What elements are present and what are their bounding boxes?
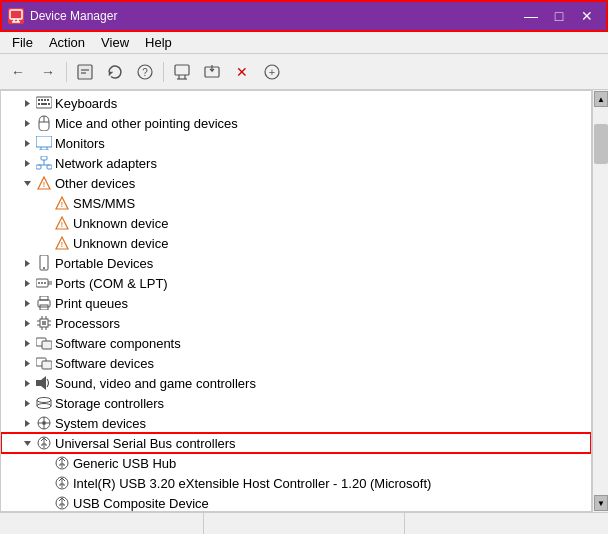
title-bar: Device Manager — □ ✕ [0, 0, 608, 32]
label-portable: Portable Devices [55, 256, 153, 271]
icon-other-devices: ! [35, 175, 53, 191]
expand-btn-generic-hub[interactable] [37, 455, 53, 471]
menu-help[interactable]: Help [137, 33, 180, 52]
properties-button[interactable] [71, 58, 99, 86]
svg-rect-79 [42, 361, 52, 369]
close-button[interactable]: ✕ [574, 6, 600, 26]
tree-item-other-devices[interactable]: !Other devices [1, 173, 591, 193]
svg-rect-21 [47, 99, 49, 101]
expand-btn-network[interactable] [19, 155, 35, 171]
expand-btn-usb[interactable] [19, 435, 35, 451]
help-button[interactable]: ? [131, 58, 159, 86]
status-pane-3 [405, 513, 604, 534]
tree-item-network[interactable]: Network adapters [1, 153, 591, 173]
expand-btn-monitors[interactable] [19, 135, 35, 151]
expand-btn-system[interactable] [19, 415, 35, 431]
expand-btn-sound[interactable] [19, 375, 35, 391]
expand-btn-mice[interactable] [19, 115, 35, 131]
svg-rect-29 [36, 136, 52, 147]
label-sw-components: Software components [55, 336, 181, 351]
scan-button[interactable] [168, 58, 196, 86]
tree-item-storage[interactable]: Storage controllers [1, 393, 591, 413]
minimize-button[interactable]: — [518, 6, 544, 26]
expand-btn-unknown2[interactable] [37, 235, 53, 251]
expand-btn-usb-composite[interactable] [37, 495, 53, 511]
menu-file[interactable]: File [4, 33, 41, 52]
svg-rect-65 [42, 321, 46, 325]
svg-marker-40 [24, 181, 31, 186]
app-icon [8, 8, 24, 24]
icon-unknown2: ! [53, 235, 71, 251]
toolbar-separator-2 [163, 62, 164, 82]
svg-marker-25 [25, 120, 30, 127]
maximize-button[interactable]: □ [546, 6, 572, 26]
tree-item-sw-devices[interactable]: Software devices [1, 353, 591, 373]
expand-btn-ports[interactable] [19, 275, 35, 291]
svg-rect-20 [44, 99, 46, 101]
icon-sound [35, 375, 53, 391]
expand-btn-processors[interactable] [19, 315, 35, 331]
forward-button[interactable]: → [34, 58, 62, 86]
expand-btn-other-devices[interactable] [19, 175, 35, 191]
icon-sw-components [35, 335, 53, 351]
expand-btn-unknown1[interactable] [37, 215, 53, 231]
tree-item-usb-composite[interactable]: USB Composite Device [1, 493, 591, 512]
icon-system [35, 415, 53, 431]
icon-storage [35, 395, 53, 411]
refresh-button[interactable] [101, 58, 129, 86]
tree-item-sound[interactable]: Sound, video and game controllers [1, 373, 591, 393]
expand-btn-portable[interactable] [19, 255, 35, 271]
expand-btn-print[interactable] [19, 295, 35, 311]
tree-item-portable[interactable]: Portable Devices [1, 253, 591, 273]
svg-rect-24 [48, 103, 50, 105]
icon-ports [35, 275, 53, 291]
tree-item-print[interactable]: Print queues [1, 293, 591, 313]
label-usb: Universal Serial Bus controllers [55, 436, 236, 451]
uninstall-button[interactable]: ✕ [228, 58, 256, 86]
expand-btn-storage[interactable] [19, 395, 35, 411]
label-intel-usb: Intel(R) USB 3.20 eXtensible Host Contro… [73, 476, 431, 491]
scrollbar[interactable]: ▲ ▼ [592, 90, 608, 512]
device-tree[interactable]: KeyboardsMice and other pointing devices… [0, 90, 592, 512]
tree-item-intel-usb[interactable]: Intel(R) USB 3.20 eXtensible Host Contro… [1, 473, 591, 493]
label-sw-devices: Software devices [55, 356, 154, 371]
label-monitors: Monitors [55, 136, 105, 151]
icon-network [35, 155, 53, 171]
svg-marker-52 [25, 280, 30, 287]
expand-btn-sms[interactable] [37, 195, 53, 211]
status-pane-1 [4, 513, 204, 534]
back-button[interactable]: ← [4, 58, 32, 86]
svg-rect-35 [36, 165, 41, 169]
update-driver-button[interactable] [198, 58, 226, 86]
expand-btn-sw-components[interactable] [19, 335, 35, 351]
tree-item-unknown2[interactable]: !Unknown device [1, 233, 591, 253]
icon-keyboards [35, 95, 53, 111]
tree-item-unknown1[interactable]: !Unknown device [1, 213, 591, 233]
expand-btn-keyboards[interactable] [19, 95, 35, 111]
label-sound: Sound, video and game controllers [55, 376, 256, 391]
tree-item-sms[interactable]: !SMS/MMS [1, 193, 591, 213]
tree-item-monitors[interactable]: Monitors [1, 133, 591, 153]
scan-hardware-button[interactable]: + [258, 58, 286, 86]
tree-item-system[interactable]: System devices [1, 413, 591, 433]
menu-view[interactable]: View [93, 33, 137, 52]
expand-btn-intel-usb[interactable] [37, 475, 53, 491]
tree-item-keyboards[interactable]: Keyboards [1, 93, 591, 113]
label-usb-composite: USB Composite Device [73, 496, 209, 511]
tree-item-generic-hub[interactable]: Generic USB Hub [1, 453, 591, 473]
svg-marker-16 [25, 100, 30, 107]
tree-item-usb[interactable]: Universal Serial Bus controllers [1, 433, 591, 453]
svg-rect-81 [36, 380, 41, 386]
tree-item-processors[interactable]: Processors [1, 313, 591, 333]
expand-btn-sw-devices[interactable] [19, 355, 35, 371]
menu-action[interactable]: Action [41, 33, 93, 52]
svg-rect-23 [41, 103, 47, 105]
main-content: KeyboardsMice and other pointing devices… [0, 90, 608, 512]
tree-item-mice[interactable]: Mice and other pointing devices [1, 113, 591, 133]
scrollbar-thumb[interactable] [594, 124, 608, 164]
label-ports: Ports (COM & LPT) [55, 276, 168, 291]
svg-rect-34 [41, 156, 47, 160]
svg-point-56 [38, 282, 40, 284]
tree-item-ports[interactable]: Ports (COM & LPT) [1, 273, 591, 293]
tree-item-sw-components[interactable]: Software components [1, 333, 591, 353]
